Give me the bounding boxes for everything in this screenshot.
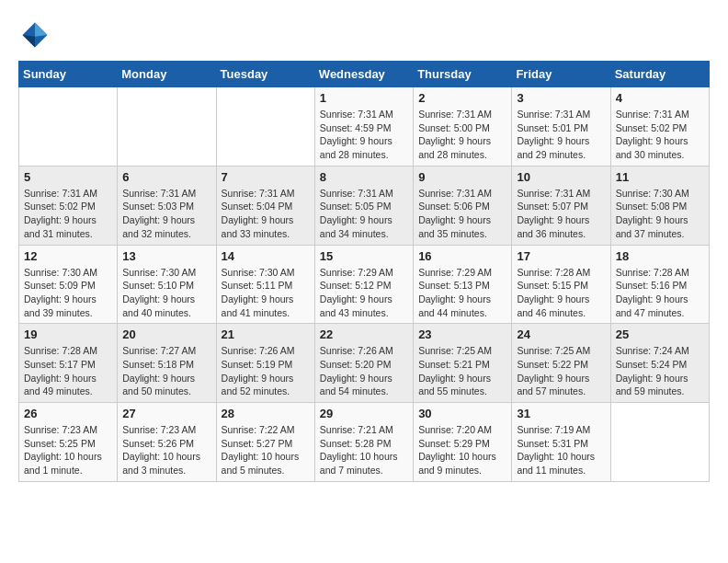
day-number: 29 [320,407,408,420]
day-info: Sunrise: 7:28 AM Sunset: 5:17 PM Dayligh… [24,344,112,398]
svg-marker-1 [35,23,48,37]
weekday-header-sunday: Sunday [19,62,118,87]
week-row-3: 12Sunrise: 7:30 AM Sunset: 5:09 PM Dayli… [19,245,710,324]
day-cell: 24Sunrise: 7:25 AM Sunset: 5:22 PM Dayli… [512,324,610,403]
weekday-header-monday: Monday [118,62,216,87]
logo [18,18,57,52]
day-number: 11 [616,170,704,184]
day-number: 16 [418,249,506,263]
day-cell: 11Sunrise: 7:30 AM Sunset: 5:08 PM Dayli… [610,166,709,245]
week-row-4: 19Sunrise: 7:28 AM Sunset: 5:17 PM Dayli… [19,324,710,403]
day-info: Sunrise: 7:31 AM Sunset: 5:03 PM Dayligh… [122,187,210,241]
day-cell: 6Sunrise: 7:31 AM Sunset: 5:03 PM Daylig… [118,166,216,245]
day-number: 13 [122,249,210,263]
weekday-header-tuesday: Tuesday [216,62,314,87]
week-row-5: 26Sunrise: 7:23 AM Sunset: 5:25 PM Dayli… [19,403,710,482]
day-number: 12 [24,249,112,263]
day-info: Sunrise: 7:29 AM Sunset: 5:12 PM Dayligh… [320,266,408,320]
weekday-header-saturday: Saturday [610,62,709,87]
day-number: 10 [517,170,605,184]
day-number: 28 [222,407,310,420]
day-cell: 3Sunrise: 7:31 AM Sunset: 5:01 PM Daylig… [512,87,610,167]
day-info: Sunrise: 7:26 AM Sunset: 5:20 PM Dayligh… [320,344,408,398]
day-info: Sunrise: 7:31 AM Sunset: 5:02 PM Dayligh… [24,187,112,241]
weekday-header-friday: Friday [512,62,610,87]
day-cell: 12Sunrise: 7:30 AM Sunset: 5:09 PM Dayli… [19,245,118,324]
day-info: Sunrise: 7:29 AM Sunset: 5:13 PM Dayligh… [418,266,506,320]
svg-marker-2 [23,35,36,48]
day-info: Sunrise: 7:30 AM Sunset: 5:08 PM Dayligh… [616,187,704,241]
day-cell: 30Sunrise: 7:20 AM Sunset: 5:29 PM Dayli… [414,403,512,482]
day-info: Sunrise: 7:25 AM Sunset: 5:22 PM Dayligh… [517,344,605,398]
day-number: 9 [418,170,506,184]
day-cell: 19Sunrise: 7:28 AM Sunset: 5:17 PM Dayli… [19,324,118,403]
day-info: Sunrise: 7:25 AM Sunset: 5:21 PM Dayligh… [418,344,506,398]
page-header [18,18,710,52]
day-cell: 4Sunrise: 7:31 AM Sunset: 5:02 PM Daylig… [610,87,709,167]
day-number: 27 [122,407,210,420]
day-info: Sunrise: 7:31 AM Sunset: 5:01 PM Dayligh… [517,108,605,162]
day-number: 20 [122,327,210,341]
day-cell: 25Sunrise: 7:24 AM Sunset: 5:24 PM Dayli… [610,324,709,403]
day-cell: 13Sunrise: 7:30 AM Sunset: 5:10 PM Dayli… [118,245,216,324]
day-number: 30 [418,407,506,420]
day-info: Sunrise: 7:23 AM Sunset: 5:25 PM Dayligh… [24,423,112,477]
day-info: Sunrise: 7:28 AM Sunset: 5:16 PM Dayligh… [616,266,704,320]
calendar-table: SundayMondayTuesdayWednesdayThursdayFrid… [18,61,710,482]
day-info: Sunrise: 7:31 AM Sunset: 5:07 PM Dayligh… [517,187,605,241]
day-info: Sunrise: 7:31 AM Sunset: 5:00 PM Dayligh… [418,108,506,162]
day-number: 14 [222,249,310,263]
day-number: 7 [222,170,310,184]
day-cell: 23Sunrise: 7:25 AM Sunset: 5:21 PM Dayli… [414,324,512,403]
day-info: Sunrise: 7:20 AM Sunset: 5:29 PM Dayligh… [418,423,506,477]
day-info: Sunrise: 7:31 AM Sunset: 5:02 PM Dayligh… [616,108,704,162]
day-info: Sunrise: 7:30 AM Sunset: 5:10 PM Dayligh… [122,266,210,320]
day-info: Sunrise: 7:24 AM Sunset: 5:24 PM Dayligh… [616,344,704,398]
day-cell: 17Sunrise: 7:28 AM Sunset: 5:15 PM Dayli… [512,245,610,324]
day-number: 5 [24,170,112,184]
day-cell: 31Sunrise: 7:19 AM Sunset: 5:31 PM Dayli… [512,403,610,482]
day-number: 22 [320,327,408,341]
day-cell: 1Sunrise: 7:31 AM Sunset: 4:59 PM Daylig… [314,87,413,167]
day-number: 19 [24,327,112,341]
day-info: Sunrise: 7:22 AM Sunset: 5:27 PM Dayligh… [222,423,310,477]
day-cell: 9Sunrise: 7:31 AM Sunset: 5:06 PM Daylig… [414,166,512,245]
day-cell [610,403,709,482]
day-info: Sunrise: 7:19 AM Sunset: 5:31 PM Dayligh… [517,423,605,477]
day-cell: 7Sunrise: 7:31 AM Sunset: 5:04 PM Daylig… [216,166,314,245]
day-cell: 29Sunrise: 7:21 AM Sunset: 5:28 PM Dayli… [314,403,413,482]
day-cell: 21Sunrise: 7:26 AM Sunset: 5:19 PM Dayli… [216,324,314,403]
day-cell: 28Sunrise: 7:22 AM Sunset: 5:27 PM Dayli… [216,403,314,482]
day-cell: 14Sunrise: 7:30 AM Sunset: 5:11 PM Dayli… [216,245,314,324]
weekday-header-row: SundayMondayTuesdayWednesdayThursdayFrid… [19,62,710,87]
day-cell: 20Sunrise: 7:27 AM Sunset: 5:18 PM Dayli… [118,324,216,403]
day-cell [216,87,314,167]
day-cell: 8Sunrise: 7:31 AM Sunset: 5:05 PM Daylig… [314,166,413,245]
day-number: 15 [320,249,408,263]
weekday-header-thursday: Thursday [414,62,512,87]
week-row-1: 1Sunrise: 7:31 AM Sunset: 4:59 PM Daylig… [19,87,710,167]
day-number: 24 [517,327,605,341]
day-number: 4 [616,91,704,105]
day-number: 31 [517,407,605,420]
day-info: Sunrise: 7:31 AM Sunset: 5:06 PM Dayligh… [418,187,506,241]
day-cell: 5Sunrise: 7:31 AM Sunset: 5:02 PM Daylig… [19,166,118,245]
day-info: Sunrise: 7:23 AM Sunset: 5:26 PM Dayligh… [122,423,210,477]
day-info: Sunrise: 7:30 AM Sunset: 5:11 PM Dayligh… [222,266,310,320]
day-info: Sunrise: 7:27 AM Sunset: 5:18 PM Dayligh… [122,344,210,398]
day-info: Sunrise: 7:30 AM Sunset: 5:09 PM Dayligh… [24,266,112,320]
day-number: 18 [616,249,704,263]
day-number: 21 [222,327,310,341]
day-cell: 15Sunrise: 7:29 AM Sunset: 5:12 PM Dayli… [314,245,413,324]
logo-icon [18,18,51,52]
day-cell: 10Sunrise: 7:31 AM Sunset: 5:07 PM Dayli… [512,166,610,245]
day-info: Sunrise: 7:31 AM Sunset: 5:05 PM Dayligh… [320,187,408,241]
day-cell: 18Sunrise: 7:28 AM Sunset: 5:16 PM Dayli… [610,245,709,324]
week-row-2: 5Sunrise: 7:31 AM Sunset: 5:02 PM Daylig… [19,166,710,245]
day-cell: 2Sunrise: 7:31 AM Sunset: 5:00 PM Daylig… [414,87,512,167]
day-cell [118,87,216,167]
day-number: 23 [418,327,506,341]
day-number: 8 [320,170,408,184]
day-number: 2 [418,91,506,105]
day-number: 6 [122,170,210,184]
